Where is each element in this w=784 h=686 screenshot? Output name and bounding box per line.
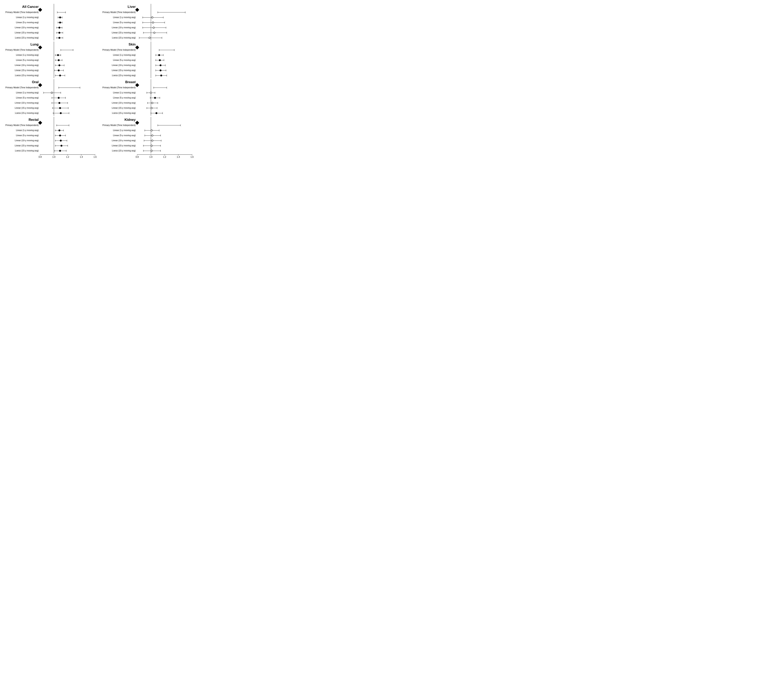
section-liver: Liver Primary Model (Time Independent) L…: [101, 4, 192, 41]
row: Loess (15-y moving avg): [101, 73, 192, 78]
panel-left: All Cancer Primary Model (Time Independe…: [4, 4, 95, 160]
row: Linear (5-y moving avg): [4, 133, 95, 138]
svg-point-15: [59, 22, 61, 23]
row: Linear (5-y moving avg): [101, 58, 192, 63]
svg-point-123: [59, 150, 61, 152]
row: Loess (15-y moving avg): [101, 148, 192, 154]
svg-point-212: [154, 97, 156, 99]
row: Loess (15-y moving avg): [4, 35, 95, 41]
row-plot: [137, 10, 192, 15]
svg-point-227: [156, 113, 157, 114]
row-plot: [40, 85, 95, 90]
svg-point-181: [159, 59, 161, 61]
row-label: Linear (5-y moving avg): [4, 21, 40, 24]
row: Linear (10-y moving avg): [101, 25, 192, 30]
section-oral: Oral Primary Model (Time Independent) Li…: [4, 79, 95, 116]
svg-point-191: [160, 70, 161, 71]
row-label: Loess (15-y moving avg): [101, 149, 137, 152]
svg-point-238: [151, 130, 153, 131]
row-plot: [137, 106, 192, 111]
svg-point-165: [149, 37, 150, 39]
svg-point-87: [59, 107, 61, 109]
svg-point-41: [57, 54, 59, 56]
row: Linear (15-y moving avg): [101, 106, 192, 111]
row-label: Primary Model (Time Independent): [101, 86, 137, 89]
section-title-All Cancer: All Cancer: [22, 5, 39, 9]
row-plot: [40, 30, 95, 35]
row-label: Primary Model (Time Independent): [101, 11, 137, 13]
row: Loess (15-y moving avg): [4, 148, 95, 154]
row-plot: [137, 58, 192, 63]
row-plot: [40, 10, 95, 15]
svg-point-196: [161, 75, 162, 76]
row: Primary Model (Time Independent): [4, 123, 95, 128]
svg-point-176: [158, 54, 160, 56]
row: Linear (1-y moving avg): [101, 52, 192, 58]
row-plot: [137, 47, 192, 52]
section-breast: Breast Primary Model (Time Independent) …: [101, 79, 192, 116]
row-label: Linear (1-y moving avg): [4, 129, 40, 132]
row-label: Linear (5-y moving avg): [4, 59, 40, 61]
svg-point-46: [58, 59, 60, 61]
row-label: Linear (15-y moving avg): [101, 107, 137, 109]
row: Linear (5-y moving avg): [4, 20, 95, 25]
row-label: Linear (15-y moving avg): [101, 144, 137, 147]
row-plot: [40, 35, 95, 41]
row: Linear (10-y moving avg): [4, 100, 95, 106]
row-plot: [137, 30, 192, 35]
svg-point-82: [59, 102, 60, 104]
row: Linear (5-y moving avg): [101, 95, 192, 100]
svg-text:1.4: 1.4: [80, 156, 83, 158]
svg-point-243: [152, 135, 153, 136]
svg-point-207: [150, 92, 152, 93]
row-plot: [137, 52, 192, 58]
row-label: Loess (15-y moving avg): [4, 149, 40, 152]
row-plot: [137, 143, 192, 148]
row-label: Loess (15-y moving avg): [101, 74, 137, 77]
svg-text:1.6: 1.6: [191, 156, 194, 158]
svg-point-145: [152, 17, 153, 18]
row-label: Loess (15-y moving avg): [4, 74, 40, 77]
section-title-Oral: Oral: [32, 80, 39, 84]
row-plot: [137, 148, 192, 154]
row-label: Linear (10-y moving avg): [101, 101, 137, 104]
svg-point-222: [151, 107, 153, 109]
row: Primary Model (Time Independent): [101, 47, 192, 52]
row-label: Primary Model (Time Independent): [4, 49, 40, 51]
row-label: Linear (15-y moving avg): [4, 69, 40, 72]
row-label: Linear (10-y moving avg): [4, 101, 40, 104]
row-label: Primary Model (Time Independent): [4, 11, 40, 13]
row-label: Loess (15-y moving avg): [101, 112, 137, 114]
row: Linear (10-y moving avg): [4, 138, 95, 143]
row-label: Linear (5-y moving avg): [101, 96, 137, 99]
svg-point-30: [59, 37, 60, 39]
row-plot: [40, 90, 95, 95]
row-label: Linear (10-y moving avg): [101, 26, 137, 29]
row-label: Loess (15-y moving avg): [101, 36, 137, 39]
svg-point-113: [60, 140, 62, 141]
row-plot: [137, 85, 192, 90]
svg-point-217: [152, 102, 153, 104]
row-plot: [137, 123, 192, 128]
row: Primary Model (Time Independent): [4, 85, 95, 90]
row-label: Linear (10-y moving avg): [4, 64, 40, 67]
svg-text:1.2: 1.2: [163, 156, 166, 158]
row: Linear (5-y moving avg): [4, 58, 95, 63]
row: Linear (5-y moving avg): [101, 20, 192, 25]
svg-point-253: [151, 145, 153, 147]
row-label: Linear (15-y moving avg): [101, 69, 137, 72]
row-plot: [137, 111, 192, 116]
row: Loess (15-y moving avg): [101, 111, 192, 116]
section-title-Lung: Lung: [30, 42, 39, 46]
svg-point-51: [59, 65, 60, 66]
svg-point-56: [58, 70, 60, 71]
row-plot: [40, 143, 95, 148]
row-plot: [137, 15, 192, 20]
svg-point-186: [160, 65, 161, 66]
row-plot: [137, 73, 192, 78]
row-label: Primary Model (Time Independent): [4, 124, 40, 126]
section-all-cancer: All Cancer Primary Model (Time Independe…: [4, 4, 95, 41]
section-lung: Lung Primary Model (Time Independent) Li…: [4, 42, 95, 78]
row-label: Linear (1-y moving avg): [4, 16, 40, 19]
row: Linear (1-y moving avg): [4, 15, 95, 20]
